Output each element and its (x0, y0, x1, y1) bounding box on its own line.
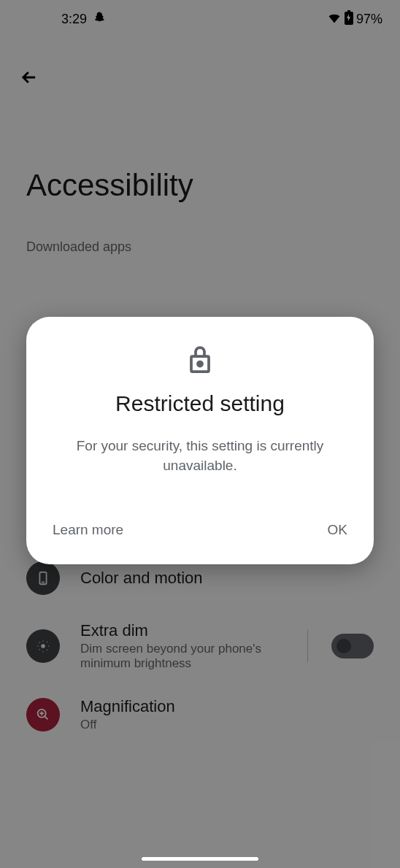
learn-more-button[interactable]: Learn more (50, 516, 126, 544)
dialog-title: Restricted setting (50, 391, 350, 416)
dialog-body: For your security, this setting is curre… (50, 437, 350, 475)
restricted-setting-dialog: Restricted setting For your security, th… (26, 317, 374, 564)
ok-button[interactable]: OK (325, 516, 350, 544)
svg-point-11 (198, 362, 202, 366)
home-indicator[interactable] (142, 857, 258, 861)
lock-icon (50, 343, 350, 374)
